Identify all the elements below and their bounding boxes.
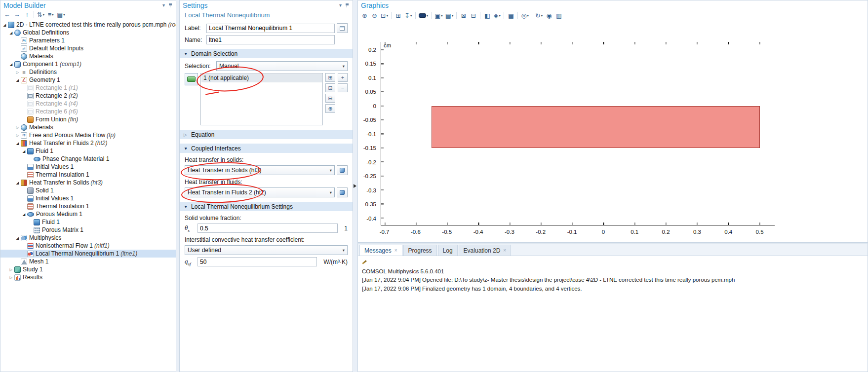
tree-item-results[interactable]: ▷Results xyxy=(0,273,176,281)
tree-item-default-model-inputs[interactable]: Default Model Inputs xyxy=(0,44,176,52)
zoom-to-selection-button[interactable]: ⊕ xyxy=(325,104,335,113)
zoom-extents-icon[interactable]: ⊞ xyxy=(394,11,403,20)
tree-item-parameters-1[interactable]: Parameters 1 xyxy=(0,37,176,44)
theta-s-input[interactable] xyxy=(197,223,338,233)
pin-icon[interactable] xyxy=(168,3,173,8)
add-to-selection-button[interactable]: + xyxy=(338,73,348,82)
splitter-settings-graphics[interactable] xyxy=(353,0,357,372)
print-icon[interactable]: ▥ xyxy=(554,11,563,20)
up-arrow-icon[interactable]: ↑ xyxy=(22,10,32,19)
geometry-domain-rectangle[interactable] xyxy=(432,106,759,148)
tree-item-fluid-1[interactable]: Fluid 1 xyxy=(0,218,176,226)
plot-refresh-icon[interactable]: ↻▾ xyxy=(534,11,544,20)
icc-dropdown[interactable]: User defined xyxy=(185,245,348,255)
selection-colors-icon[interactable]: ◎▾ xyxy=(520,11,530,20)
ht-solids-dropdown[interactable]: Heat Transfer in Solids (ht3) xyxy=(185,165,335,175)
tree-item-solid-1[interactable]: Solid 1 xyxy=(0,186,176,194)
measure-icon[interactable]: ▦ xyxy=(506,11,515,20)
name-input[interactable] xyxy=(206,35,335,44)
tree-item-initial-values-1[interactable]: Initial Values 1 xyxy=(0,163,176,171)
section-domain-selection[interactable]: Domain Selection xyxy=(180,49,353,58)
tree-item-study-1[interactable]: ▷Study 1 xyxy=(0,265,176,273)
tree-item-fluid-1[interactable]: ◢Fluid 1 xyxy=(0,147,176,155)
tree-item-geometry-1[interactable]: ◢Geometry 1 xyxy=(0,76,176,84)
tab-progress[interactable]: Progress xyxy=(403,245,437,256)
link-selection-button[interactable]: ⊞ xyxy=(325,73,335,82)
transparency-icon[interactable]: ◧ xyxy=(482,11,492,20)
tree-item-form-union[interactable]: Form Union(fin) xyxy=(0,115,176,123)
zoom-out-icon[interactable]: ⊖ xyxy=(370,11,379,20)
ht-fluids-dropdown[interactable]: Heat Transfer in Fluids 2 (ht2) xyxy=(185,187,335,197)
tree-item-phase-change-material-1[interactable]: Phase Change Material 1 xyxy=(0,155,176,163)
tab-close-icon[interactable]: × xyxy=(395,248,397,253)
tree-item-porous-medium-1[interactable]: ◢Porous Medium 1 xyxy=(0,210,176,218)
tree-item-global-definitions[interactable]: ◢Global Definitions xyxy=(0,29,176,37)
rename-button[interactable] xyxy=(337,23,348,33)
copy-selection-button[interactable]: ⊡ xyxy=(325,83,335,92)
animation-icon[interactable]: ▤▾ xyxy=(444,11,455,20)
image-export-icon[interactable]: ▣▾ xyxy=(434,11,444,20)
expander-icon[interactable]: ◢ xyxy=(8,62,14,67)
select-box-icon[interactable]: ⊠ xyxy=(459,11,468,20)
tree-item-porous-matrix-1[interactable]: Porous Matrix 1 xyxy=(0,226,176,234)
tab-messages[interactable]: Messages× xyxy=(359,245,402,256)
active-selection-toggle[interactable] xyxy=(185,73,198,85)
expander-icon[interactable]: ▷ xyxy=(15,125,20,130)
expander-icon[interactable]: ◢ xyxy=(21,212,27,217)
tree-item-nonisothermal-flow-1[interactable]: Nonisothermal Flow 1(nitf1) xyxy=(0,242,176,250)
tree-item-local-thermal-nonequilibrium-1[interactable]: Local Thermal Nonequilibrium 1(ltne1) xyxy=(0,250,176,258)
tree-item-initial-values-1[interactable]: Initial Values 1 xyxy=(0,194,176,202)
tree-item-materials[interactable]: Materials xyxy=(0,52,176,60)
expander-icon[interactable]: ▷ xyxy=(8,275,14,280)
deselect-box-icon[interactable]: ⊟ xyxy=(469,11,478,20)
forward-arrow-icon[interactable]: → xyxy=(12,10,22,19)
paste-selection-button[interactable]: ⊟ xyxy=(325,94,335,103)
view-options-icon[interactable]: ◈▾ xyxy=(492,11,502,20)
tree-item-2d-ltne-corrected-test-this-time-really-porous-pcm-mph[interactable]: ◢2D - LTNE corrected test this time real… xyxy=(0,21,176,29)
tree-item-heat-transfer-in-solids[interactable]: ◢Heat Transfer in Solids(ht3) xyxy=(0,179,176,186)
tab-evaluation-2d[interactable]: Evaluation 2D× xyxy=(459,245,512,256)
tab-log[interactable]: Log xyxy=(438,245,458,256)
pin-icon[interactable] xyxy=(345,3,350,8)
expander-icon[interactable]: ◢ xyxy=(2,23,7,27)
tree-item-thermal-insulation-1[interactable]: Thermal Insulation 1 xyxy=(0,202,176,210)
selection-dropdown[interactable]: Manual xyxy=(216,61,348,71)
zoom-in-icon[interactable]: ⊕ xyxy=(360,11,369,20)
tree-item-materials[interactable]: ▷Materials xyxy=(0,123,176,131)
panel-menu-icon[interactable]: ▾ xyxy=(339,3,342,8)
show-options-icon[interactable]: ≡▾ xyxy=(46,10,55,19)
domain-list-item[interactable]: 1 (not applicable) xyxy=(201,74,322,82)
plot-canvas[interactable]: cm 0.20.150.10.050-0.05-0.1-0.15-0.2-0.2… xyxy=(358,21,868,242)
snapshot-icon[interactable]: ◉ xyxy=(544,11,553,20)
splitter-collapse-icon[interactable] xyxy=(354,184,356,188)
expander-icon[interactable]: ▷ xyxy=(15,133,20,138)
q-sf-input[interactable] xyxy=(197,257,317,266)
expander-icon[interactable]: ◢ xyxy=(15,141,20,146)
remove-from-selection-button[interactable]: − xyxy=(338,83,348,92)
tree-item-component-1[interactable]: ◢Component 1(comp1) xyxy=(0,60,176,68)
move-node-icon[interactable]: ⇅▾ xyxy=(36,10,45,19)
expander-icon[interactable]: ◢ xyxy=(15,78,20,82)
back-arrow-icon[interactable]: ← xyxy=(2,10,12,19)
expander-icon[interactable]: ◢ xyxy=(15,236,20,240)
plot-area[interactable]: cm xyxy=(381,42,775,225)
color-theme-icon[interactable]: ▾ xyxy=(418,11,430,20)
tree-item-rectangle-4[interactable]: Rectangle 4(r4) xyxy=(0,100,176,108)
expander-icon[interactable]: ◢ xyxy=(21,149,27,153)
go-to-fluids-source-button[interactable] xyxy=(337,187,348,197)
tree-item-rectangle-6[interactable]: Rectangle 6(r6) xyxy=(0,108,176,115)
label-input[interactable] xyxy=(206,24,335,33)
tree-item-multiphysics[interactable]: ◢Multiphysics xyxy=(0,234,176,242)
domain-selection-list[interactable]: 1 (not applicable) xyxy=(200,73,323,125)
go-to-default-view-icon[interactable]: ↧▾ xyxy=(403,11,413,20)
go-to-solids-source-button[interactable] xyxy=(337,165,348,175)
section-equation[interactable]: Equation xyxy=(180,130,353,139)
expander-icon[interactable]: ◢ xyxy=(15,181,20,185)
tree-item-thermal-insulation-1[interactable]: Thermal Insulation 1 xyxy=(0,171,176,179)
tree-item-mesh-1[interactable]: Mesh 1 xyxy=(0,258,176,265)
tree-item-rectangle-1[interactable]: Rectangle 1(r1) xyxy=(0,84,176,92)
tree-item-free-and-porous-media-flow[interactable]: ▷Free and Porous Media Flow(fp) xyxy=(0,131,176,139)
expander-icon[interactable]: ◢ xyxy=(8,31,14,35)
node-text-icon[interactable]: ▤▾ xyxy=(56,10,66,19)
zoom-box-icon[interactable]: ⊡▾ xyxy=(380,11,389,20)
